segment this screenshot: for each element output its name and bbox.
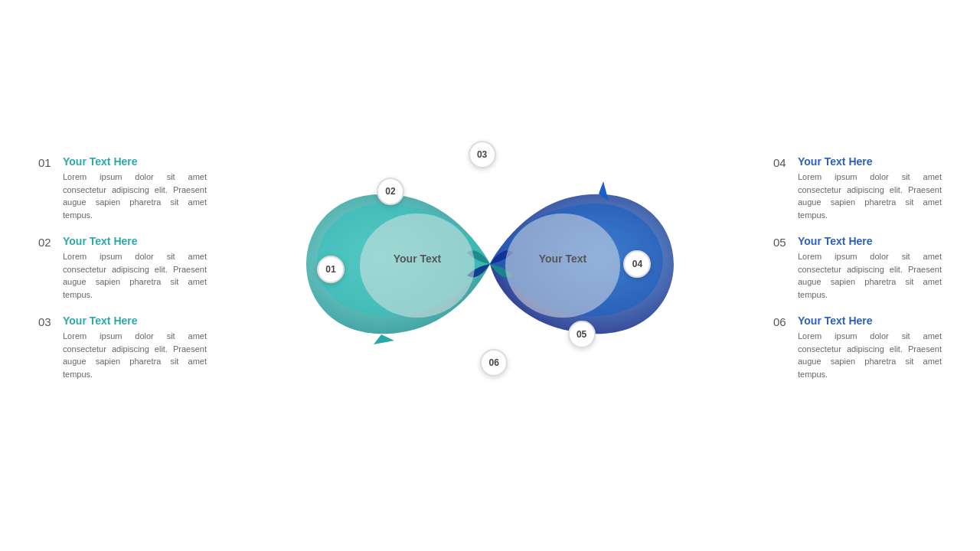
item-body-left-0: Lorem ipsum dolor sit amet consectetur a…	[63, 171, 207, 221]
item-title-right-1: Your Text Here	[798, 235, 942, 247]
item-content-left-2: Your Text Here Lorem ipsum dolor sit ame…	[63, 315, 207, 380]
item-title-right-2: Your Text Here	[798, 315, 942, 327]
item-content-right-2: Your Text Here Lorem ipsum dolor sit ame…	[798, 315, 942, 380]
item-number-right-1: 05	[773, 235, 790, 249]
right-item-05: 05 Your Text Here Lorem ipsum dolor sit …	[773, 235, 942, 301]
item-number-left-0: 01	[38, 155, 55, 169]
item-content-left-0: Your Text Here Lorem ipsum dolor sit ame…	[63, 155, 207, 221]
right-item-04: 04 Your Text Here Lorem ipsum dolor sit …	[773, 155, 942, 221]
item-title-left-0: Your Text Here	[63, 155, 207, 168]
node-03: 03	[469, 141, 496, 168]
left-item-03: 03 Your Text Here Lorem ipsum dolor sit …	[38, 315, 207, 380]
item-number-left-1: 02	[38, 235, 55, 249]
item-title-left-1: Your Text Here	[63, 235, 207, 247]
item-body-right-2: Lorem ipsum dolor sit amet consectetur a…	[798, 330, 942, 380]
item-title-right-0: Your Text Here	[798, 155, 942, 168]
infinity-container: Your Text Your Text 01 02	[291, 134, 689, 394]
item-body-right-1: Lorem ipsum dolor sit amet consectetur a…	[798, 250, 942, 301]
left-panel: 01 Your Text Here Lorem ipsum dolor sit …	[38, 148, 207, 380]
item-number-left-2: 03	[38, 315, 55, 328]
node-04: 04	[623, 250, 651, 278]
content-area: 01 Your Text Here Lorem ipsum dolor sit …	[38, 46, 942, 482]
right-item-06: 06 Your Text Here Lorem ipsum dolor sit …	[773, 315, 942, 380]
item-content-left-1: Your Text Here Lorem ipsum dolor sit ame…	[63, 235, 207, 301]
item-body-left-1: Lorem ipsum dolor sit amet consectetur a…	[63, 250, 207, 301]
left-item-02: 02 Your Text Here Lorem ipsum dolor sit …	[38, 235, 207, 301]
item-body-right-0: Lorem ipsum dolor sit amet consectetur a…	[798, 171, 942, 221]
diagram-area: Your Text Your Text 01 02	[207, 46, 773, 482]
node-01: 01	[317, 256, 345, 283]
node-02: 02	[377, 178, 404, 205]
right-panel: 04 Your Text Here Lorem ipsum dolor sit …	[773, 148, 942, 380]
item-content-right-0: Your Text Here Lorem ipsum dolor sit ame…	[798, 155, 942, 221]
item-number-right-2: 06	[773, 315, 790, 328]
slide: 01 Your Text Here Lorem ipsum dolor sit …	[0, 0, 980, 551]
item-title-left-2: Your Text Here	[63, 315, 207, 327]
item-number-right-0: 04	[773, 155, 790, 169]
item-body-left-2: Lorem ipsum dolor sit amet consectetur a…	[63, 330, 207, 380]
diagram-numbers: 01 02 03 04 05	[291, 134, 689, 394]
node-05: 05	[568, 321, 596, 348]
left-item-01: 01 Your Text Here Lorem ipsum dolor sit …	[38, 155, 207, 221]
item-content-right-1: Your Text Here Lorem ipsum dolor sit ame…	[798, 235, 942, 301]
node-06: 06	[480, 349, 508, 377]
